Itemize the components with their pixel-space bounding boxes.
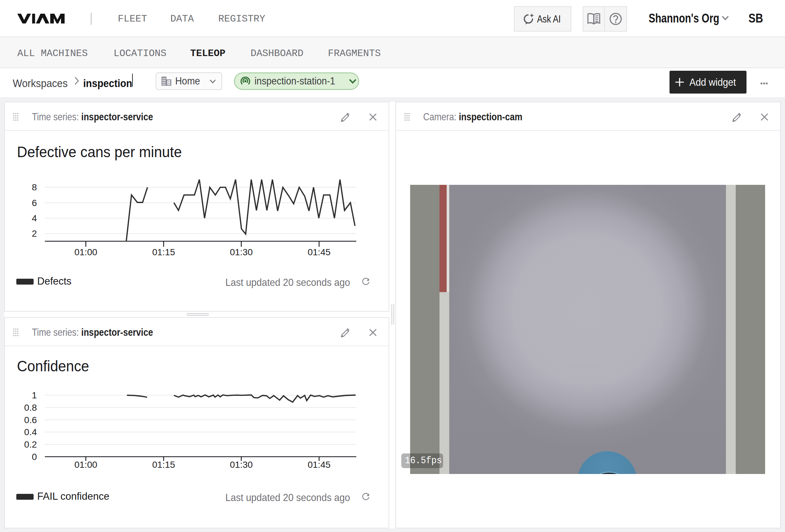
svg-text:0: 0	[32, 452, 37, 462]
svg-text:1: 1	[32, 390, 37, 400]
svg-text:4: 4	[32, 213, 37, 223]
svg-text:01:30: 01:30	[230, 460, 253, 470]
svg-text:01:00: 01:00	[74, 460, 97, 470]
svg-text:01:45: 01:45	[308, 460, 330, 470]
svg-text:8: 8	[32, 182, 37, 192]
svg-text:2: 2	[32, 229, 37, 239]
svg-text:01:30: 01:30	[230, 247, 253, 257]
svg-text:0.4: 0.4	[24, 427, 37, 437]
svg-text:0.2: 0.2	[24, 440, 37, 450]
svg-text:0.6: 0.6	[24, 415, 37, 425]
svg-text:01:00: 01:00	[74, 247, 97, 257]
svg-text:01:15: 01:15	[152, 247, 175, 257]
svg-text:01:45: 01:45	[308, 247, 330, 257]
svg-text:0.8: 0.8	[24, 403, 37, 413]
svg-text:01:15: 01:15	[152, 460, 175, 470]
svg-text:6: 6	[32, 198, 37, 208]
